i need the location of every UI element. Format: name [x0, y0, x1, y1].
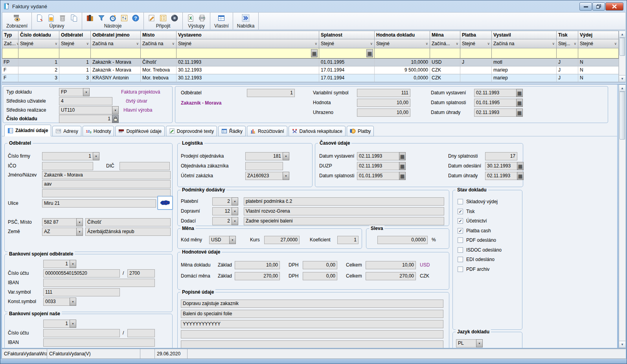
datum-splatnosti-field[interactable]: 01.01.1995 [357, 172, 399, 180]
dodaci-combo-button[interactable] [232, 217, 238, 225]
variabilni-symbol-field[interactable]: 111 [357, 89, 410, 97]
scroll-up-icon[interactable]: ▲ [619, 31, 625, 38]
col-header-mena[interactable]: Měna [430, 31, 460, 39]
tab-hodnoty[interactable]: 123Hodnoty [83, 126, 114, 136]
disc-icon[interactable] [171, 14, 178, 22]
scrollbar-thumb[interactable] [620, 92, 625, 140]
bank-nase-iban-field[interactable] [43, 338, 155, 347]
help-icon[interactable]: ? [132, 14, 140, 22]
tab-adresy[interactable]: Adresy [52, 126, 81, 136]
col-header-hodnota-dokladu[interactable]: Hodnota dokladu [375, 31, 430, 39]
filter-op-dropdown[interactable]: Stejné∨ [319, 39, 375, 48]
filter-input[interactable] [557, 48, 578, 59]
zaklad-domaci-field[interactable]: 270,00 [235, 272, 280, 280]
iban-field[interactable] [43, 279, 155, 287]
dny-splatnosti-field[interactable]: 17 [485, 152, 517, 160]
filter-input[interactable] [319, 48, 375, 59]
filter-op-dropdown[interactable]: Stejné∨ [460, 39, 492, 48]
filter-input[interactable] [460, 48, 492, 59]
popis-line-5[interactable] [181, 340, 443, 348]
delete-icon[interactable] [59, 14, 66, 22]
platebni-kod-field[interactable]: 2 [212, 197, 232, 206]
col-header-vystavil[interactable]: Vystavil [492, 31, 557, 39]
calendar-icon[interactable] [517, 172, 524, 180]
checkbox-pdf-odeslano[interactable] [458, 237, 463, 243]
ico-field[interactable] [42, 162, 93, 170]
jmeno-field-2[interactable]: aav [42, 180, 171, 188]
kod-meny-combo-button[interactable] [229, 236, 236, 244]
dopravni-combo-button[interactable] [232, 207, 238, 215]
filter-input[interactable] [141, 48, 177, 59]
checkbox-pdf-archiv[interactable] [458, 267, 463, 272]
prodejni-objednavka-combo-button[interactable] [283, 152, 289, 160]
platebni-combo-button[interactable] [232, 197, 238, 206]
col-header-vydej[interactable]: Výdej [578, 31, 619, 39]
dopravni-popis-field[interactable]: Vlastní rozvoz-Grena [244, 207, 444, 215]
filter-op-dropdown[interactable]: Stejné∨ [375, 39, 430, 48]
note-edit-icon[interactable] [148, 14, 156, 22]
zeme-combo-button[interactable] [76, 228, 83, 236]
minimize-button[interactable] [579, 2, 592, 11]
hodnota-field[interactable]: 10,00 [357, 99, 410, 107]
cislo-uctu-field[interactable]: 0000005540150520 [43, 269, 120, 278]
calendar-icon[interactable] [516, 99, 523, 107]
col-header-vystaveno[interactable]: Vystaveno [177, 31, 319, 39]
stredisko-uzivatele-field[interactable]: 4 [59, 97, 112, 105]
dodaci-kod-field[interactable]: 2 [212, 217, 232, 225]
dph-domaci-field[interactable]: 0,00 [303, 272, 337, 280]
objednavka-zakaznika-field[interactable] [245, 162, 283, 170]
scroll-down-icon[interactable]: ▼ [619, 75, 625, 82]
filter-icon[interactable] [97, 14, 105, 22]
checkbox-skladovy-vydej[interactable] [458, 199, 463, 204]
cislo-firmy-field[interactable]: 1 [42, 152, 93, 160]
dopravni-kod-field[interactable]: 12 [212, 207, 232, 215]
dodaci-popis-field[interactable]: Zadne specielni baleni [244, 217, 444, 225]
popis-line-3[interactable]: YYYYYYYYYYYY [181, 320, 443, 328]
checkbox-tisk[interactable] [458, 209, 463, 214]
stredisko-realizace-field[interactable]: UT110 [59, 106, 112, 114]
datum-vystaveni-field[interactable]: 02.11.1993 [474, 89, 517, 97]
checkbox-isdoc-odeslano[interactable] [458, 247, 463, 253]
filter-op-dropdown[interactable]: Stej...∨ [557, 39, 578, 48]
duzp-field[interactable]: 02.11.1993 [357, 162, 399, 170]
sleva-field[interactable]: 0,0000 [377, 236, 428, 244]
popis-line-2[interactable]: Baleni do specialni folie [181, 310, 443, 318]
datum-vystaveni-field[interactable]: 02.11.1993 [357, 152, 399, 160]
settings-sliders-icon[interactable] [120, 14, 128, 22]
tab-danova-rekapitulace[interactable]: Daňová rekapitulace [289, 126, 346, 136]
col-header-splatnost[interactable]: Splatnost [319, 31, 375, 39]
bank-nase-poradi-field[interactable]: 1 [43, 320, 70, 328]
filter-op-dropdown[interactable]: Začíná...∨ [430, 39, 460, 48]
checkbox-edi-odeslano[interactable] [458, 257, 463, 262]
platebni-popis-field[interactable]: platební podmínka č.2 [244, 197, 444, 206]
scroll-down-icon[interactable]: ▼ [619, 341, 625, 347]
col-header-misto[interactable]: Místo [141, 31, 177, 39]
filter-input[interactable] [91, 48, 141, 59]
calendar-filter-icon[interactable] [311, 49, 318, 57]
uhrazeno-field[interactable]: 10,00 [357, 108, 410, 117]
odberatel-field[interactable]: 1 [247, 89, 295, 97]
filter-op-dropdown[interactable]: Začíná na∨ [492, 39, 557, 48]
filter-op-dropdown[interactable]: Stejné∨ [578, 39, 619, 48]
calendar-icon[interactable] [516, 108, 523, 117]
misto-field[interactable]: Číhošť [85, 218, 171, 226]
col-header-typ[interactable]: Typ [2, 31, 18, 39]
psc-field[interactable]: 582 87 [42, 218, 77, 226]
filter-op-dropdown[interactable]: Stejné∨ [18, 39, 59, 48]
checkbox-ucetnictvi[interactable] [458, 218, 463, 224]
col-header-odberatel-jmeno[interactable]: Odběratel jméno [91, 31, 141, 39]
dph-doklad-field[interactable]: 0,00 [303, 261, 337, 269]
popis-line-1[interactable]: Dopravu zajistuje zakaznik [181, 300, 443, 308]
filter-input[interactable] [492, 48, 557, 59]
grid-scrollbar[interactable]: ▲ ▼ [619, 31, 626, 82]
typ-dokladu-combo-button[interactable] [83, 88, 90, 96]
filter-op-dropdown[interactable]: Začíná na∨ [91, 39, 141, 48]
prodejni-objednavka-field[interactable]: 181 [245, 152, 283, 160]
celkem-domaci-field[interactable]: 270,00 [366, 272, 416, 280]
filter-input[interactable] [2, 48, 18, 59]
detail-scrollbar[interactable]: ▲ ▼ [619, 85, 626, 348]
scrollbar-thumb[interactable] [620, 38, 625, 56]
datum-splatnosti-field[interactable]: 01.01.1995 [474, 99, 517, 107]
filter-input[interactable] [177, 48, 319, 59]
tab-platby[interactable]: Platby [347, 126, 374, 136]
